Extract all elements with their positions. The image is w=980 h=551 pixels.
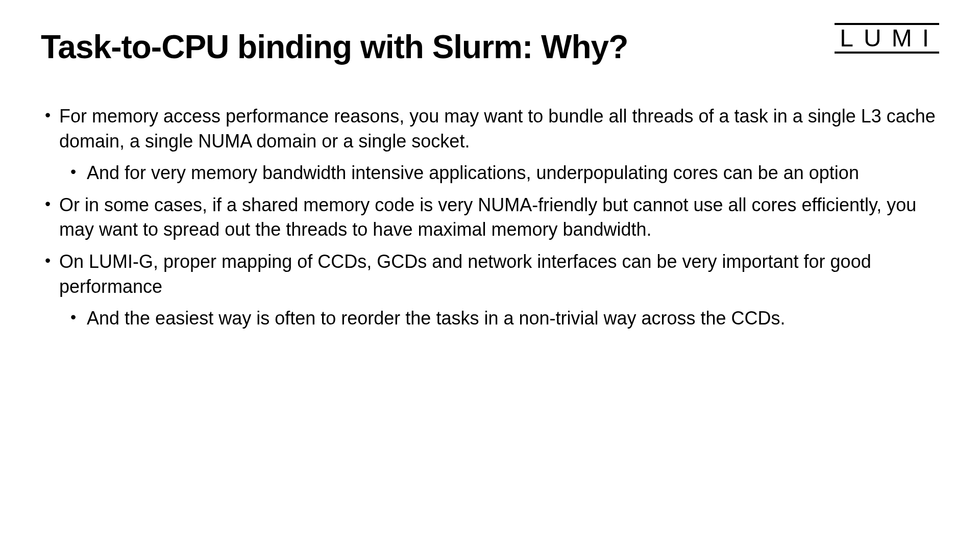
slide: Task-to-CPU binding with Slurm: Why? LUM… [0,0,980,551]
slide-title: Task-to-CPU binding with Slurm: Why? [41,28,628,66]
bullet-list: For memory access performance reasons, y… [41,104,939,331]
sub-list: And for very memory bandwidth intensive … [59,161,939,186]
content: For memory access performance reasons, y… [41,104,939,331]
bullet-item: On LUMI-G, proper mapping of CCDs, GCDs … [41,249,939,331]
sub-bullet-item: And the easiest way is often to reorder … [59,306,939,331]
sub-bullet-text: And for very memory bandwidth intensive … [87,162,859,183]
sub-list: And the easiest way is often to reorder … [59,306,939,331]
bullet-item: For memory access performance reasons, y… [41,104,939,186]
bullet-text: Or in some cases, if a shared memory cod… [59,194,916,240]
bullet-text: On LUMI-G, proper mapping of CCDs, GCDs … [59,251,871,297]
bullet-item: Or in some cases, if a shared memory cod… [41,193,939,242]
sub-bullet-item: And for very memory bandwidth intensive … [59,161,939,186]
header: Task-to-CPU binding with Slurm: Why? LUM… [41,28,939,66]
lumi-logo: LUMI [835,23,939,54]
sub-bullet-text: And the easiest way is often to reorder … [87,308,786,329]
bullet-text: For memory access performance reasons, y… [59,106,936,152]
